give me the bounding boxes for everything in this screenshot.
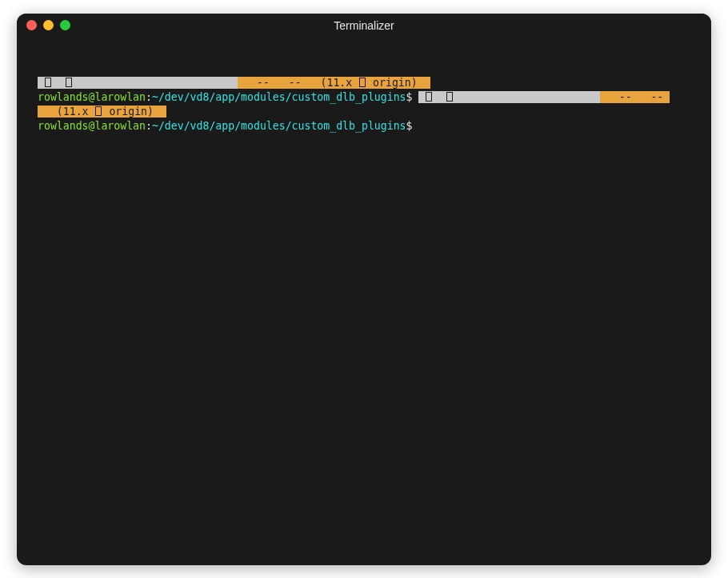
terminal-segment: :: [146, 91, 152, 103]
missing-glyph-icon: [66, 78, 72, 87]
traffic-lights: [26, 20, 70, 30]
terminal-body[interactable]: -- -- (11.x origin) rowlands@larowlan:~/…: [17, 38, 711, 565]
terminal-segment: rowlands@larowlan: [38, 120, 146, 132]
terminal-segment: :: [146, 120, 152, 132]
minimize-icon[interactable]: [43, 20, 54, 30]
prompt-line-1: rowlands@larowlan:~/dev/vd8/app/modules/…: [38, 90, 690, 105]
window-title: Terminalizer: [17, 19, 711, 32]
terminal-segment: -- -- (11.x origin): [244, 77, 430, 89]
missing-glyph-icon: [95, 106, 102, 116]
close-icon[interactable]: [26, 20, 37, 30]
terminal-segment: [38, 77, 65, 89]
status-line-1: -- -- (11.x origin): [38, 76, 690, 90]
terminal-segment: (11.x origin): [38, 106, 166, 118]
prompt-line-2: rowlands@larowlan:~/dev/vd8/app/modules/…: [38, 119, 690, 134]
missing-glyph-icon: [426, 92, 432, 102]
terminal-segment: ~/dev/vd8/app/modules/custom_dlb_plugins: [152, 120, 406, 132]
missing-glyph-icon: [359, 78, 366, 87]
maximize-icon[interactable]: [60, 20, 70, 30]
terminal-segment: $: [406, 120, 419, 132]
terminal-segment: [600, 91, 606, 103]
terminal-segment: ~/dev/vd8/app/modules/custom_dlb_plugins: [152, 91, 406, 103]
missing-glyph-icon: [446, 92, 453, 102]
status-line-2: (11.x origin): [38, 105, 690, 119]
terminal-window: Terminalizer -- -- (11.x origin) rowland…: [17, 14, 711, 565]
terminal-segment: [65, 77, 238, 89]
terminal-segment: $: [406, 91, 419, 103]
titlebar: Terminalizer: [17, 14, 711, 38]
terminal-segment: -- --: [606, 91, 670, 103]
missing-glyph-icon: [45, 78, 51, 87]
terminal-segment: [418, 91, 599, 103]
terminal-segment: rowlands@larowlan: [38, 91, 146, 103]
